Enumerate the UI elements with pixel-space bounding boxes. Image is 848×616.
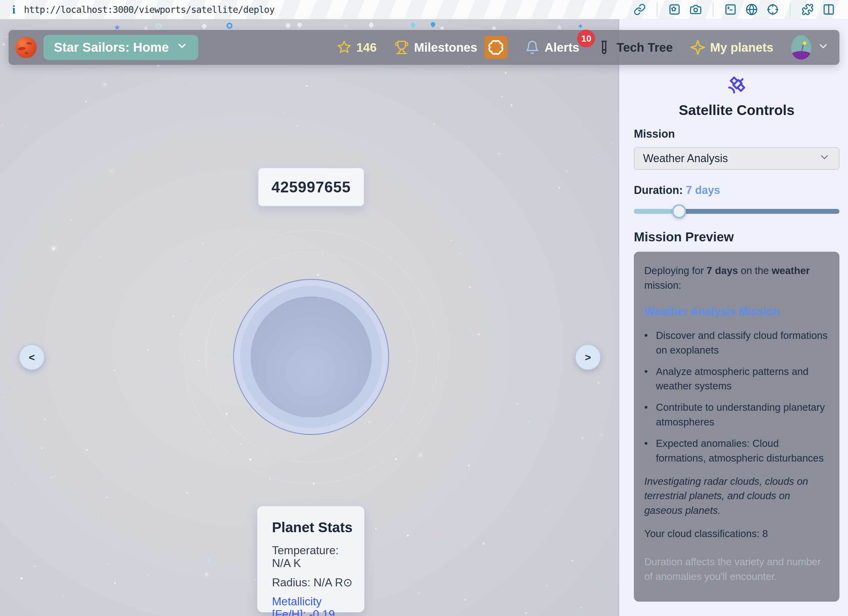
sparkle-decoration: ✦ [577,23,583,30]
terminal-icon[interactable] [724,3,737,16]
satellite-viewport: 425997655 < > Planet Stats Temperature: … [0,19,618,616]
planet-id: 425997655 [271,178,351,196]
list-item: •Expected anomalies: Cloud formations, a… [644,436,829,465]
toolbar-divider [657,3,657,16]
home-menu-label: Star Sailors: Home [54,40,169,55]
mission-bullet-list: •Discover and classify cloud formations … [644,328,829,465]
chevron-down-icon [817,40,829,55]
satellite-controls-sidebar: Satellite Controls Mission Weather Analy… [618,19,848,616]
tech-tree-button[interactable]: Tech Tree [597,40,673,55]
duration-row: Duration: 7 days [634,184,839,197]
list-item: •Analyze atmospheric patterns and weathe… [644,364,829,394]
planet-stats-card: Planet Stats Temperature: N/A K Radius: … [257,506,364,612]
my-planets-button[interactable]: My planets [691,40,773,55]
mission-title-link[interactable]: Weather Analysis Mission [644,304,829,320]
duration-footnote: Duration affects the variety and number … [644,555,829,584]
list-item: •Discover and classify cloud formations … [644,328,829,358]
crosshair-icon[interactable] [766,3,779,16]
milestone-seal-badge [485,36,507,59]
ring-decoration [156,23,162,30]
url-field[interactable]: http://localhost:3000/viewports/satellit… [24,4,274,15]
globe-icon[interactable] [745,3,758,16]
split-view-icon[interactable] [822,3,835,16]
link-icon[interactable] [633,3,646,16]
profile-menu[interactable] [791,35,829,60]
tech-tree-label: Tech Tree [617,41,673,55]
list-item: •Contribute to understanding planetary a… [644,400,829,429]
next-planet-button[interactable]: > [575,344,601,370]
avatar[interactable] [791,35,811,60]
chevron-down-icon [176,40,188,55]
classifications-count: Your cloud classifications: 8 [644,526,829,541]
game-header: Star Sailors: Home 146 Milestones [9,30,839,65]
stardust-counter[interactable]: 146 [337,40,377,55]
my-planets-label: My planets [710,41,773,55]
media-blocker-icon[interactable]: ✿ [668,3,681,16]
sidebar-title: Satellite Controls [634,102,839,118]
toolbar-divider [713,3,713,16]
alerts-button[interactable]: Alerts 10 [525,40,579,55]
mission-selected-value: Weather Analysis [643,152,728,165]
sparkle-icon [691,40,705,55]
investigating-note: Investigating radar clouds, clouds on te… [644,474,829,518]
chevron-down-icon [818,151,830,166]
camera-icon[interactable] [689,3,702,16]
stat-temperature: Temperature: N/A K [272,544,355,570]
planet-core [251,296,372,418]
duration-slider[interactable] [634,204,839,219]
planet-stats-title: Planet Stats [272,519,355,536]
slider-thumb[interactable] [672,204,686,218]
app-logo-planet[interactable] [15,37,37,58]
deploy-summary: Deploying for 7 days on the weather miss… [644,264,829,293]
stat-metallicity: Metallicity [Fe/H]: -0.19 [272,595,355,616]
alerts-label: Alerts [544,41,579,55]
app-window: i http://localhost:3000/viewports/satell… [0,0,848,616]
satellite-icon [726,75,747,96]
toolbar-divider [790,3,790,16]
milestones-label: Milestones [414,41,477,55]
star-icon [337,40,351,55]
stardust-count: 146 [356,41,377,55]
duration-value: 7 days [686,184,720,196]
previous-planet-button[interactable]: < [19,344,44,370]
alerts-count-badge: 10 [577,30,595,47]
test-tube-icon [597,40,612,55]
mission-label: Mission [634,127,839,141]
milestones-button[interactable]: Milestones [394,36,507,59]
home-menu-button[interactable]: Star Sailors: Home [43,35,198,60]
planet-id-badge: 425997655 [258,167,364,206]
browser-address-bar: i http://localhost:3000/viewports/satell… [0,0,848,19]
extensions-puzzle-icon[interactable] [801,3,814,16]
mission-preview-heading: Mission Preview [634,230,839,244]
stat-radius: Radius: N/A R⊙ [272,576,355,589]
planet [233,279,389,435]
bell-icon [525,40,540,55]
trophy-icon [394,40,409,55]
duration-label: Duration: [634,184,683,196]
mission-preview-box: Deploying for 7 days on the weather miss… [634,252,839,602]
ring-decoration [226,23,233,29]
browser-toolbar: ✿ [633,3,841,16]
slider-track [634,209,839,214]
flower-glyph: ✿ [671,5,676,13]
page-info-icon[interactable]: i [12,3,15,16]
mission-select[interactable]: Weather Analysis [634,147,839,170]
